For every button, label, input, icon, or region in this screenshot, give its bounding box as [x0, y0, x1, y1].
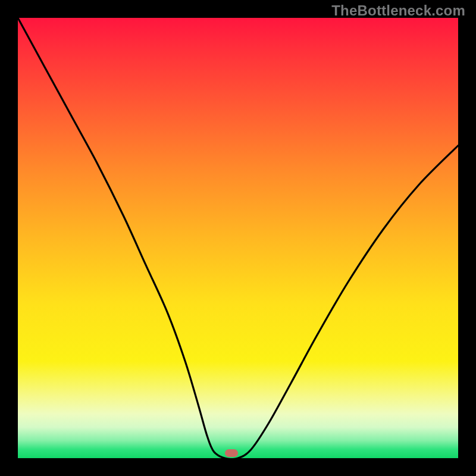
watermark-text: TheBottleneck.com [331, 2, 465, 19]
bottleneck-curve [18, 18, 458, 458]
chart-frame: TheBottleneck.com [0, 0, 476, 476]
plot-area [18, 18, 458, 458]
minimum-marker [225, 449, 238, 457]
curve-path [18, 18, 458, 458]
